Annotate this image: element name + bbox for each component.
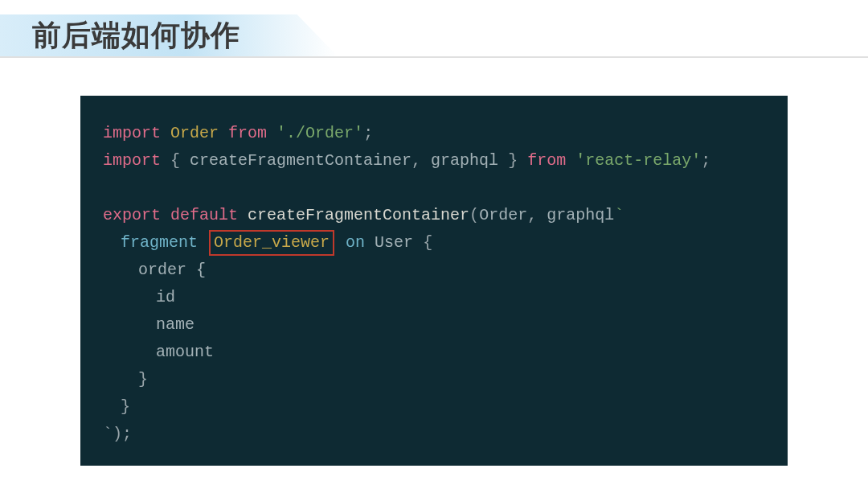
string-path-relay: 'react-relay' — [575, 151, 701, 170]
field-name: name — [103, 311, 194, 339]
keyword-on: on — [346, 233, 365, 252]
ident-graphql: graphql — [431, 151, 498, 170]
paren-left: ( — [469, 206, 479, 224]
brace-close: } — [103, 393, 130, 421]
fragment-name: Order_viewer — [214, 233, 330, 252]
comma: , — [527, 206, 547, 224]
slide-title-bar: 前后端如何协作 — [0, 0, 868, 55]
arg-order: Order — [479, 206, 527, 224]
code-line-export: export default createFragmentContainer(O… — [103, 202, 765, 229]
semicolon: ; — [363, 124, 373, 142]
field-order: order { — [103, 257, 206, 284]
code-line-amount: amount — [103, 339, 765, 366]
backtick: ` — [614, 206, 624, 224]
fn-create-fragment: createFragmentContainer — [248, 206, 469, 224]
slide-title: 前后端如何协作 — [32, 16, 868, 55]
keyword-fragment: fragment — [121, 233, 198, 252]
code-line-fragment: fragment Order_viewer on User { — [103, 229, 765, 257]
brace-left: { — [170, 151, 190, 170]
code-line-order: order { — [103, 257, 765, 284]
brace-open: { — [423, 233, 432, 252]
blank-line — [103, 175, 765, 202]
title-underline — [0, 56, 868, 58]
arg-graphql: graphql — [547, 206, 614, 224]
code-line-id: id — [103, 284, 765, 311]
string-path-order: './Order' — [276, 124, 363, 142]
keyword-import: import — [103, 124, 161, 142]
code-line-import-1: import Order from './Order'; — [103, 120, 765, 147]
keyword-export: export — [103, 206, 161, 224]
code-line-close-tpl: `); — [103, 421, 765, 448]
keyword-from: from — [228, 124, 267, 142]
type-user: User — [375, 233, 413, 252]
code-line-import-2: import { createFragmentContainer, graphq… — [103, 147, 765, 175]
highlight-box: Order_viewer — [209, 230, 334, 256]
code-line-close-1: } — [103, 366, 765, 393]
comma: , — [411, 151, 431, 170]
keyword-import: import — [103, 151, 161, 170]
brace-close: } — [103, 366, 148, 393]
keyword-from: from — [527, 151, 566, 170]
field-id: id — [103, 284, 175, 311]
ident-order: Order — [170, 124, 219, 142]
code-line-name: name — [103, 311, 765, 339]
field-amount: amount — [103, 339, 214, 366]
ident-create-fragment: createFragmentContainer — [190, 151, 411, 170]
keyword-default: default — [170, 206, 238, 224]
semicolon: ; — [701, 151, 710, 170]
code-line-close-2: } — [103, 393, 765, 421]
brace-right: } — [498, 151, 518, 170]
template-close: `); — [103, 425, 132, 443]
code-block: import Order from './Order'; import { cr… — [80, 96, 788, 466]
